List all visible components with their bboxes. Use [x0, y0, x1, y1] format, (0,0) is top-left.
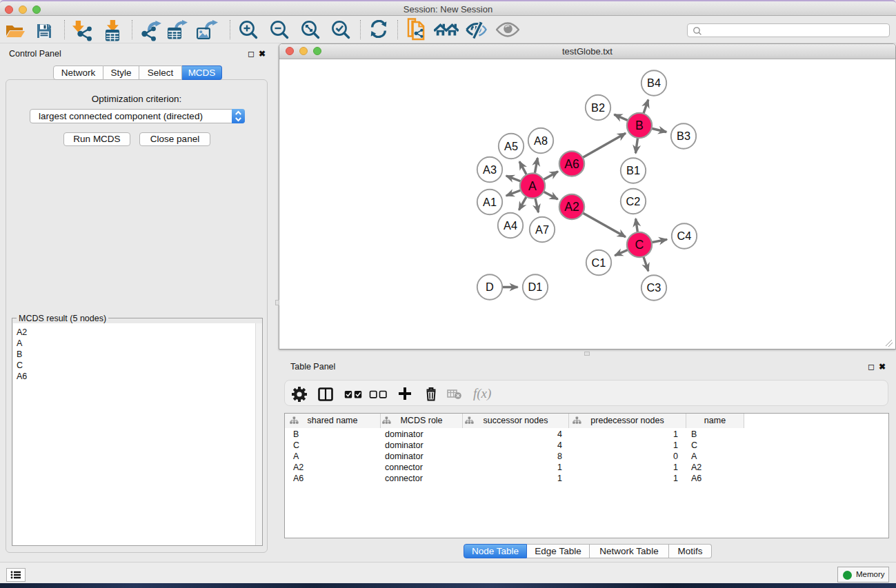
svg-text:C: C — [635, 238, 644, 252]
svg-text:A8: A8 — [534, 134, 548, 147]
svg-text:A7: A7 — [535, 223, 549, 236]
svg-text:D1: D1 — [528, 281, 543, 293]
svg-text:A1: A1 — [483, 196, 497, 208]
svg-text:A: A — [528, 179, 537, 193]
svg-text:A2: A2 — [564, 200, 579, 214]
svg-text:C1: C1 — [592, 256, 606, 269]
svg-text:A5: A5 — [504, 140, 518, 152]
svg-text:B3: B3 — [677, 130, 690, 142]
svg-text:C4: C4 — [677, 230, 692, 242]
svg-text:A4: A4 — [504, 219, 517, 232]
svg-text:A3: A3 — [483, 163, 497, 176]
svg-text:B2: B2 — [591, 101, 605, 114]
svg-text:C2: C2 — [626, 195, 641, 207]
svg-text:B4: B4 — [647, 77, 661, 89]
svg-text:C3: C3 — [647, 281, 661, 294]
svg-text:A6: A6 — [564, 157, 579, 171]
svg-text:B1: B1 — [626, 164, 640, 176]
svg-text:D: D — [486, 281, 494, 293]
svg-text:B: B — [635, 119, 644, 132]
